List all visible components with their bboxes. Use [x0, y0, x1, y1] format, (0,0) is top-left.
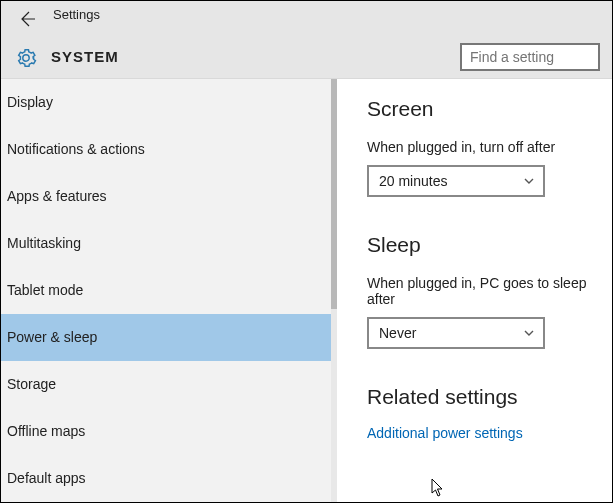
sidebar-item-label: Offline maps — [7, 423, 85, 439]
sidebar-item-label: Default apps — [7, 470, 86, 486]
sidebar-item-label: Display — [7, 94, 53, 110]
screen-timeout-value: 20 minutes — [379, 173, 447, 189]
chevron-down-icon — [523, 327, 535, 339]
chevron-down-icon — [523, 175, 535, 187]
sidebar-item-label: Multitasking — [7, 235, 81, 251]
sidebar-item-label: Power & sleep — [7, 329, 97, 345]
gear-icon — [15, 47, 37, 73]
sidebar-item-offline-maps[interactable]: Offline maps — [1, 408, 331, 455]
sidebar-item-storage[interactable]: Storage — [1, 361, 331, 408]
sidebar-item-label: Tablet mode — [7, 282, 83, 298]
back-arrow-icon — [17, 9, 37, 29]
sidebar: Display Notifications & actions Apps & f… — [1, 79, 337, 502]
sidebar-item-label: Notifications & actions — [7, 141, 145, 157]
screen-timeout-dropdown[interactable]: 20 minutes — [367, 165, 545, 197]
screen-timeout-label: When plugged in, turn off after — [367, 139, 612, 155]
sidebar-item-label: Apps & features — [7, 188, 107, 204]
sleep-heading: Sleep — [367, 233, 612, 257]
content: Display Notifications & actions Apps & f… — [1, 79, 612, 502]
header: Settings SYSTEM — [1, 1, 612, 79]
main-panel: Screen When plugged in, turn off after 2… — [337, 79, 612, 502]
sleep-timeout-label: When plugged in, PC goes to sleep after — [367, 275, 612, 307]
section-title: SYSTEM — [51, 48, 119, 65]
sleep-timeout-dropdown[interactable]: Never — [367, 317, 545, 349]
search-input[interactable] — [460, 43, 600, 71]
sleep-timeout-value: Never — [379, 325, 416, 341]
screen-heading: Screen — [367, 97, 612, 121]
app-title: Settings — [53, 7, 100, 22]
sidebar-item-notifications[interactable]: Notifications & actions — [1, 126, 331, 173]
sidebar-item-default-apps[interactable]: Default apps — [1, 455, 331, 502]
sidebar-item-tablet[interactable]: Tablet mode — [1, 267, 331, 314]
sidebar-item-power-sleep[interactable]: Power & sleep — [1, 314, 331, 361]
related-heading: Related settings — [367, 385, 612, 409]
sidebar-item-multitasking[interactable]: Multitasking — [1, 220, 331, 267]
cursor-icon — [431, 478, 447, 498]
sidebar-item-apps[interactable]: Apps & features — [1, 173, 331, 220]
back-button[interactable] — [15, 7, 39, 31]
sidebar-item-display[interactable]: Display — [1, 79, 331, 126]
sidebar-item-label: Storage — [7, 376, 56, 392]
additional-power-settings-link[interactable]: Additional power settings — [367, 425, 612, 441]
